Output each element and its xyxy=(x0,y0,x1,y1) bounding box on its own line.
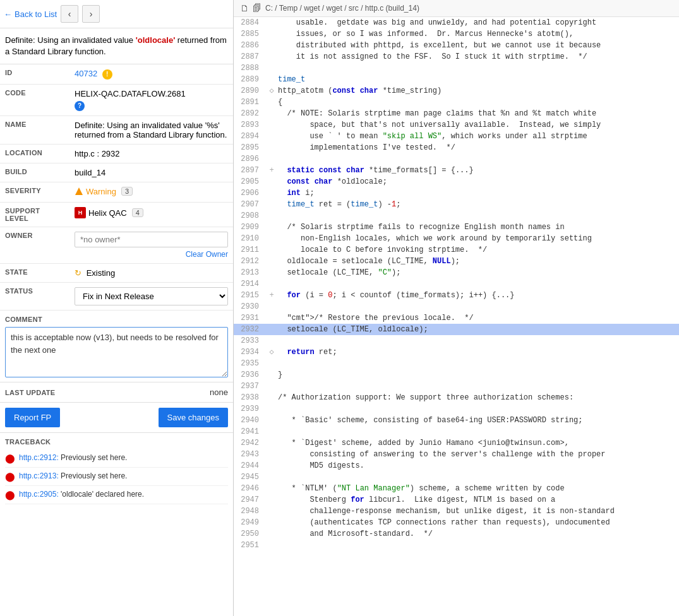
line-gutter xyxy=(265,256,278,267)
line-number: 2907 xyxy=(234,199,265,210)
id-link[interactable]: 40732 xyxy=(75,69,97,78)
back-to-list-link[interactable]: ← Back to List xyxy=(4,9,57,19)
line-number: 2913 xyxy=(234,267,265,278)
traceback-link-2[interactable]: http.c:2913: xyxy=(19,471,59,480)
status-select[interactable]: Fix in Next Release Intentional No Actio… xyxy=(75,287,228,305)
code-line: 2914 xyxy=(234,278,679,290)
line-content: implementations I've tested. */ xyxy=(278,142,679,153)
line-number: 2949 xyxy=(234,517,265,528)
state-value: Existing xyxy=(87,268,116,278)
line-content: Stenberg for libcurl. Like digest, NTLM … xyxy=(278,494,679,506)
line-number: 2933 xyxy=(234,335,265,346)
support-level-row: SUPPORT LEVEL H Helix QAC 4 xyxy=(0,203,233,227)
line-content: const char *oldlocale; xyxy=(278,176,679,187)
code-value-cell: HELIX-QAC.DATAFLOW.2681 ? xyxy=(69,84,233,116)
line-number: 2890 xyxy=(234,85,265,97)
line-gutter xyxy=(265,108,278,119)
line-gutter xyxy=(265,324,278,335)
build-value: build_14 xyxy=(69,163,233,182)
line-number: 2911 xyxy=(234,244,265,256)
id-info-icon: ! xyxy=(102,69,112,80)
save-changes-button[interactable]: Save changes xyxy=(159,408,228,427)
line-gutter xyxy=(265,335,278,346)
line-content xyxy=(278,210,679,222)
line-gutter xyxy=(265,28,278,40)
line-content: challenge-response mechanism, but unlike… xyxy=(278,506,679,517)
svg-marker-0 xyxy=(75,187,83,195)
code-line: 2911 locale to C before invoking strptim… xyxy=(234,244,679,256)
line-gutter xyxy=(265,301,278,312)
line-content: { xyxy=(278,97,679,108)
report-fp-button[interactable]: Report FP xyxy=(5,408,60,427)
line-number: 2950 xyxy=(234,528,265,540)
code-area[interactable]: 2884 usable. getdate was big and unwield… xyxy=(234,17,679,616)
back-to-list-label: Back to List xyxy=(15,9,57,19)
help-icon[interactable]: ? xyxy=(75,101,85,111)
line-content: and Microsoft-standard. */ xyxy=(278,528,679,540)
state-value-cell: ↻ Existing xyxy=(69,264,233,283)
traceback-item-2: ⬤ http.c:2913: Previously set here. xyxy=(5,468,228,486)
code-line: 2933 xyxy=(234,335,679,346)
code-line: 2942 * `Digest' scheme, added by Junio H… xyxy=(234,437,679,449)
line-gutter xyxy=(265,51,278,62)
line-content xyxy=(278,278,679,290)
line-number: 2906 xyxy=(234,187,265,199)
traceback-link-1[interactable]: http.c:2912: xyxy=(19,453,59,462)
support-level-label: SUPPORT LEVEL xyxy=(0,203,69,227)
line-content: "cmt">/* Restore the previous locale. */ xyxy=(278,312,679,324)
traceback-error-icon-1: ⬤ xyxy=(5,453,15,463)
line-gutter xyxy=(265,392,278,403)
code-line: 2886 distributed with phttpd, is excelle… xyxy=(234,40,679,51)
traceback-desc-3: 'oldlocale' declared here. xyxy=(61,490,144,499)
next-nav-button[interactable]: › xyxy=(82,5,100,23)
code-line: 2932 setlocale (LC_TIME, oldlocale); xyxy=(234,324,679,335)
line-number: 2889 xyxy=(234,74,265,85)
id-value-cell: 40732 ! xyxy=(69,64,233,84)
line-number: 2947 xyxy=(234,494,265,506)
line-gutter xyxy=(265,131,278,142)
severity-count: 3 xyxy=(121,187,133,196)
traceback-label: TRACEBACK xyxy=(5,438,228,446)
prev-nav-button[interactable]: ‹ xyxy=(61,5,78,23)
code-line: 2887 it is not assigned to the FSF. So I… xyxy=(234,51,679,62)
line-number: 2945 xyxy=(234,471,265,483)
line-gutter xyxy=(265,358,278,369)
state-icon: ↻ xyxy=(75,268,81,278)
code-line: 2947 Stenberg for libcurl. Like digest, … xyxy=(234,494,679,506)
line-content: setlocale (LC_TIME, "C"); xyxy=(278,267,679,278)
line-number: 2944 xyxy=(234,460,265,471)
line-content xyxy=(278,301,679,312)
line-gutter: + xyxy=(265,165,278,176)
line-gutter xyxy=(265,222,278,233)
comment-textarea[interactable]: this is acceptable now (v13), but needs … xyxy=(5,327,228,377)
code-header: 🗋 🗐 C: / Temp / wget / wget / src / http… xyxy=(234,0,679,17)
line-content: * `Digest' scheme, added by Junio Hamano… xyxy=(278,437,679,449)
line-content: distributed with phttpd, is excellent, b… xyxy=(278,40,679,51)
traceback-text-1: http.c:2912: Previously set here. xyxy=(19,453,127,462)
code-line: 2913 setlocale (LC_TIME, "C"); xyxy=(234,267,679,278)
line-content: issues, or so I was informed. Dr. Marcus… xyxy=(278,28,679,40)
traceback-item-1: ⬤ http.c:2912: Previously set here. xyxy=(5,449,228,468)
line-gutter xyxy=(265,97,278,108)
code-line: 2944 MD5 digests. xyxy=(234,460,679,471)
traceback-error-icon-3: ⬤ xyxy=(5,490,15,500)
back-bar: ← Back to List ‹ › xyxy=(0,0,233,28)
traceback-item-3: ⬤ http.c:2905: 'oldlocale' declared here… xyxy=(5,486,228,504)
last-update-label: LAST UPDATE xyxy=(5,389,55,396)
code-line: 2897+ static const char *time_formats[] … xyxy=(234,165,679,176)
warning-triangle-icon xyxy=(75,187,83,196)
line-number: 2886 xyxy=(234,40,265,51)
location-row: LOCATION http.c : 2932 xyxy=(0,144,233,163)
line-content: } xyxy=(278,369,679,381)
line-gutter xyxy=(265,153,278,165)
owner-input[interactable] xyxy=(75,232,228,247)
traceback-link-3[interactable]: http.c:2905: xyxy=(19,490,59,499)
clear-owner-link[interactable]: Clear Owner xyxy=(75,250,228,259)
line-gutter xyxy=(265,62,278,74)
copy-icon[interactable]: 🗐 xyxy=(253,3,261,13)
line-number: 2895 xyxy=(234,142,265,153)
line-gutter: + xyxy=(265,290,278,301)
owner-row: OWNER Clear Owner xyxy=(0,227,233,264)
code-line: 2935 xyxy=(234,358,679,369)
back-arrow-icon: ← xyxy=(4,9,12,19)
